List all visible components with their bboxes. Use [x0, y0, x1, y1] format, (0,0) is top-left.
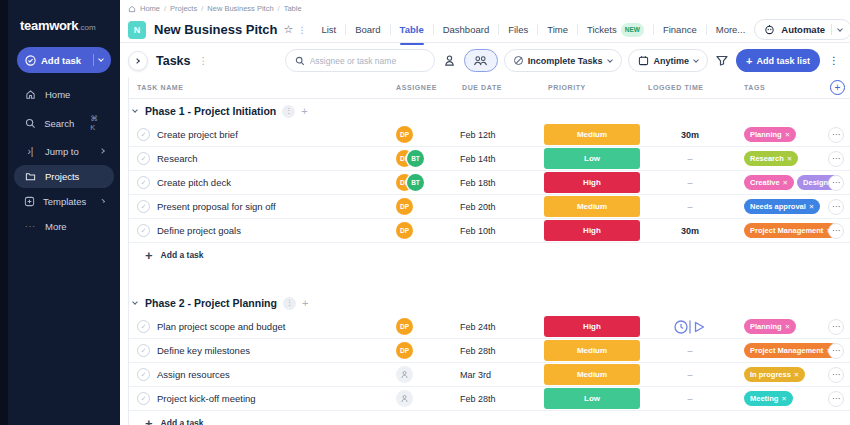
tasks-menu-icon[interactable]: ⋮: [199, 55, 209, 66]
breadcrumb-view[interactable]: Table: [284, 4, 302, 13]
avatar[interactable]: DP: [396, 126, 413, 143]
row-menu-button[interactable]: ⋯: [828, 391, 844, 407]
tag[interactable]: Planning✕: [744, 127, 796, 142]
star-icon[interactable]: ☆: [284, 23, 294, 36]
sidebar-item-jump-to[interactable]: ›| Jump to: [14, 140, 114, 163]
single-assignee-view-button[interactable]: [441, 54, 458, 67]
task-complete-checkbox[interactable]: ✓: [137, 176, 150, 189]
table-row[interactable]: ✓Plan project scope and budget DP Feb 24…: [129, 315, 850, 339]
priority-chip[interactable]: High: [544, 172, 640, 193]
row-menu-button[interactable]: ⋯: [828, 343, 844, 359]
tab-table[interactable]: Table: [390, 24, 433, 35]
unassigned-avatar-icon[interactable]: [396, 390, 413, 407]
date-filter-dropdown[interactable]: Anytime: [628, 49, 709, 72]
section-add-icon[interactable]: +: [302, 297, 308, 309]
priority-chip[interactable]: Medium: [544, 340, 640, 361]
table-row[interactable]: ✓Research DPBT Feb 14th Low – Research✕ …: [129, 147, 850, 171]
remove-tag-icon[interactable]: ✕: [794, 371, 799, 379]
section-menu-button[interactable]: ⋮: [283, 297, 296, 310]
automate-button[interactable]: Automate: [754, 19, 850, 40]
table-row[interactable]: ✓Assign resources Mar 3rd Medium – In pr…: [129, 363, 850, 387]
breadcrumb-project[interactable]: New Business Pitch: [207, 4, 273, 13]
tag[interactable]: Planning✕: [744, 319, 796, 334]
status-filter-dropdown[interactable]: Incomplete Tasks: [504, 49, 622, 72]
chevron-down-icon[interactable]: [132, 107, 138, 113]
add-task-button[interactable]: Add task: [17, 47, 111, 73]
task-name[interactable]: Create pitch deck: [157, 177, 231, 188]
task-complete-checkbox[interactable]: ✓: [137, 152, 150, 165]
row-menu-button[interactable]: ⋯: [828, 175, 844, 191]
remove-tag-icon[interactable]: ✕: [783, 179, 788, 187]
avatar[interactable]: DP: [396, 342, 413, 359]
due-date[interactable]: Mar 3rd: [456, 370, 542, 380]
priority-chip[interactable]: Medium: [544, 364, 640, 385]
row-menu-button[interactable]: ⋯: [828, 127, 844, 143]
tab-time[interactable]: Time: [537, 24, 577, 35]
chevron-down-icon[interactable]: [98, 56, 104, 62]
add-a-task-button[interactable]: +Add a task: [129, 411, 850, 425]
sidebar-item-more[interactable]: ··· More: [14, 215, 114, 238]
remove-tag-icon[interactable]: ✕: [787, 155, 792, 163]
table-row[interactable]: ✓Present proposal for sign off DP Feb 20…: [129, 195, 850, 219]
tab-list[interactable]: List: [312, 24, 345, 35]
row-menu-button[interactable]: ⋯: [828, 223, 844, 239]
row-menu-button[interactable]: ⋯: [828, 319, 844, 335]
chevron-down-icon[interactable]: [132, 299, 138, 305]
task-complete-checkbox[interactable]: ✓: [137, 344, 150, 357]
sidebar-item-search[interactable]: Search ⌘ K: [14, 108, 114, 138]
task-name[interactable]: Assign resources: [157, 369, 230, 380]
sidebar-item-projects[interactable]: Projects: [14, 165, 114, 188]
unassigned-avatar-icon[interactable]: [396, 366, 413, 383]
due-date[interactable]: Feb 24th: [456, 322, 542, 332]
priority-chip[interactable]: High: [544, 316, 640, 337]
tab-files[interactable]: Files: [498, 24, 537, 35]
section-menu-button[interactable]: ⋮: [282, 105, 295, 118]
breadcrumb-projects[interactable]: Projects: [170, 4, 197, 13]
task-name[interactable]: Research: [157, 153, 198, 164]
task-name[interactable]: Plan project scope and budget: [157, 321, 285, 332]
tag[interactable]: In progress✕: [744, 367, 805, 382]
teamwork-logo[interactable]: teamwork.com: [8, 10, 120, 47]
add-a-task-button[interactable]: +Add a task: [129, 243, 850, 267]
task-complete-checkbox[interactable]: ✓: [137, 200, 150, 213]
task-complete-checkbox[interactable]: ✓: [137, 128, 150, 141]
remove-tag-icon[interactable]: ✕: [785, 323, 790, 331]
tab-more[interactable]: More...: [706, 24, 755, 35]
tab-finance[interactable]: Finance: [653, 24, 706, 35]
add-column-button[interactable]: +: [830, 80, 845, 95]
tab-dashboard[interactable]: Dashboard: [433, 24, 498, 35]
tab-board[interactable]: Board: [345, 24, 389, 35]
breadcrumb-home[interactable]: Home: [140, 4, 160, 13]
avatar[interactable]: BT: [407, 150, 424, 167]
collapse-tasks-button[interactable]: [128, 51, 148, 71]
task-complete-checkbox[interactable]: ✓: [137, 320, 150, 333]
priority-chip[interactable]: High: [544, 220, 640, 241]
table-row[interactable]: ✓Define key milestones DP Feb 28th Mediu…: [129, 339, 850, 363]
priority-chip[interactable]: Low: [544, 388, 640, 409]
task-name[interactable]: Project kick-off meeting: [157, 393, 256, 404]
tag[interactable]: Meeting✕: [744, 391, 793, 406]
chevron-down-icon[interactable]: [837, 26, 843, 32]
due-date[interactable]: Feb 28th: [456, 346, 542, 356]
table-row[interactable]: ✓Create pitch deck DPBT Feb 18th High – …: [129, 171, 850, 195]
due-date[interactable]: Feb 20th: [456, 202, 542, 212]
avatar[interactable]: BT: [407, 174, 424, 191]
priority-chip[interactable]: Medium: [544, 196, 640, 217]
task-name[interactable]: Define project goals: [157, 225, 241, 236]
avatar[interactable]: DP: [396, 318, 413, 335]
priority-chip[interactable]: Low: [544, 148, 640, 169]
due-date[interactable]: Feb 18th: [456, 178, 542, 188]
task-name[interactable]: Create project brief: [157, 129, 238, 140]
due-date[interactable]: Feb 28th: [456, 394, 542, 404]
tag[interactable]: Creative✕: [744, 175, 794, 190]
group-view-button[interactable]: [464, 49, 498, 72]
section-add-icon[interactable]: +: [301, 105, 307, 117]
due-date[interactable]: Feb 14th: [456, 154, 542, 164]
priority-chip[interactable]: Medium: [544, 124, 640, 145]
toolbar-menu-icon[interactable]: ⋮: [826, 55, 842, 66]
row-menu-button[interactable]: ⋯: [828, 151, 844, 167]
due-date[interactable]: Feb 12th: [456, 130, 542, 140]
search-input[interactable]: [310, 56, 425, 66]
filter-icon[interactable]: [714, 55, 730, 66]
avatar[interactable]: DP: [396, 198, 413, 215]
